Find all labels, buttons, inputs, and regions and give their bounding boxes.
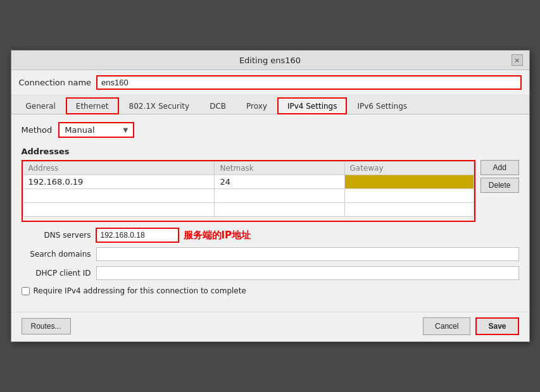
save-button[interactable]: Save	[475, 317, 518, 335]
empty-addr-2	[23, 203, 215, 217]
dhcp-client-id-input[interactable]	[96, 266, 519, 280]
action-buttons: Cancel Save	[423, 317, 518, 335]
col-gateway: Gateway	[344, 162, 474, 175]
dhcp-client-id-label: DHCP client ID	[22, 269, 91, 278]
dns-servers-input[interactable]	[96, 228, 179, 242]
editing-window: Editing ens160 × Connection name General…	[11, 50, 530, 342]
tab-ethernet[interactable]: Ethernet	[66, 98, 118, 114]
search-domains-row: Search domains	[22, 247, 519, 261]
search-domains-input[interactable]	[96, 247, 519, 261]
close-button[interactable]: ×	[512, 54, 523, 66]
tab-general[interactable]: General	[16, 98, 65, 114]
cancel-button[interactable]: Cancel	[423, 317, 470, 335]
address-empty-row-1[interactable]	[23, 189, 474, 203]
connection-name-input[interactable]	[96, 75, 521, 90]
addresses-table: Address Netmask Gateway 192.168.0.19 24	[23, 161, 474, 217]
address-empty-row-2[interactable]	[23, 203, 474, 217]
netmask-cell: 24	[215, 175, 344, 189]
tab-dcb[interactable]: DCB	[200, 98, 235, 114]
address-row[interactable]: 192.168.0.19 24	[23, 175, 474, 189]
col-address: Address	[23, 162, 215, 175]
require-ipv4-label: Require IPv4 addressing for this connect…	[34, 286, 246, 295]
address-cell: 192.168.0.19	[23, 175, 215, 189]
gateway-cell	[344, 175, 474, 189]
empty-nm-2	[215, 203, 344, 217]
method-row: Method Manual ▼	[22, 122, 519, 138]
require-ipv4-checkbox[interactable]	[22, 287, 30, 295]
window-title: Editing ens160	[29, 56, 512, 65]
connection-name-row: Connection name	[11, 70, 529, 95]
tab-802-1x[interactable]: 802.1X Security	[120, 98, 199, 114]
dns-annotation: 服务端的IP地址	[184, 230, 251, 242]
col-netmask: Netmask	[215, 162, 344, 175]
empty-gw-2	[344, 203, 474, 217]
titlebar: Editing ens160 ×	[11, 51, 529, 70]
add-button[interactable]: Add	[480, 160, 519, 175]
tab-content: Method Manual ▼ Addresses Address Netmas…	[11, 114, 529, 312]
addresses-label: Addresses	[22, 147, 519, 156]
tab-proxy[interactable]: Proxy	[237, 98, 277, 114]
method-label: Method	[22, 125, 53, 135]
delete-button[interactable]: Delete	[480, 178, 519, 193]
empty-addr-1	[23, 189, 215, 203]
empty-gw-1	[344, 189, 474, 203]
empty-nm-1	[215, 189, 344, 203]
addresses-area: Address Netmask Gateway 192.168.0.19 24	[22, 160, 519, 222]
addresses-table-wrapper: Address Netmask Gateway 192.168.0.19 24	[22, 160, 475, 222]
require-ipv4-row: Require IPv4 addressing for this connect…	[22, 286, 519, 295]
method-dropdown[interactable]: Manual ▼	[58, 122, 134, 138]
dhcp-client-id-row: DHCP client ID	[22, 266, 519, 280]
dns-servers-row: DNS servers 服务端的IP地址	[22, 228, 519, 242]
tab-ipv6[interactable]: IPv6 Settings	[348, 98, 417, 114]
tabs-bar: General Ethernet 802.1X Security DCB Pro…	[11, 95, 529, 114]
bottom-buttons: Routes... Cancel Save	[11, 312, 529, 341]
dropdown-arrow-icon: ▼	[123, 126, 129, 133]
addr-buttons: Add Delete	[480, 160, 519, 222]
routes-button[interactable]: Routes...	[22, 318, 71, 334]
connection-name-label: Connection name	[19, 78, 92, 87]
tab-ipv4[interactable]: IPv4 Settings	[278, 98, 347, 114]
dns-servers-label: DNS servers	[22, 231, 91, 240]
method-value: Manual	[65, 125, 94, 135]
search-domains-label: Search domains	[22, 250, 91, 259]
